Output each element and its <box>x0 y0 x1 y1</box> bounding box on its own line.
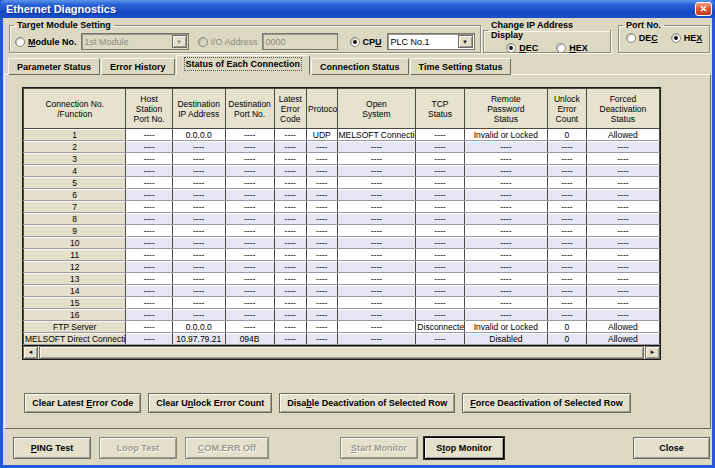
cell: ---- <box>126 309 172 321</box>
scrollbar-thumb[interactable] <box>39 346 644 359</box>
title-bar: Ethernet Diagnostics ✕ <box>0 0 715 18</box>
radio-circle-icon <box>506 43 516 53</box>
table-row[interactable]: 9---------------------------------------… <box>24 225 660 237</box>
ping-test-button[interactable]: PING Test <box>13 437 91 459</box>
table-row[interactable]: 3---------------------------------------… <box>24 153 660 165</box>
cell: ---- <box>416 165 464 177</box>
cell: ---- <box>126 189 172 201</box>
table-row[interactable]: 7---------------------------------------… <box>24 201 660 213</box>
tab-time-setting-status[interactable]: Time Setting Status <box>410 58 512 75</box>
cell: ---- <box>172 225 225 237</box>
cell: ---- <box>337 225 416 237</box>
cell: ---- <box>586 261 659 273</box>
column-header: DestinationIP Address <box>172 89 225 129</box>
table-row[interactable]: 11--------------------------------------… <box>24 249 660 261</box>
cell: ---- <box>126 201 172 213</box>
cell: 094B <box>225 333 274 345</box>
table-row[interactable]: 4---------------------------------------… <box>24 165 660 177</box>
cell: ---- <box>464 201 547 213</box>
horizontal-scrollbar[interactable]: ◄ ► <box>23 345 660 359</box>
scroll-left-icon[interactable]: ◄ <box>23 346 38 359</box>
cell: ---- <box>274 237 306 249</box>
close-icon[interactable]: ✕ <box>695 2 712 16</box>
cell: ---- <box>126 177 172 189</box>
tab-page-status-of-each-connection: Connection No./FunctionHost StationPort … <box>4 74 711 429</box>
cell: ---- <box>274 141 306 153</box>
ip-dec-radio[interactable]: DEC <box>506 43 538 53</box>
cell: ---- <box>586 177 659 189</box>
target-module-setting-group: Target Module Setting Module No. 1st Mod… <box>9 20 481 53</box>
radio-circle-icon <box>198 37 208 47</box>
cell: ---- <box>416 189 464 201</box>
table-row[interactable]: 2---------------------------------------… <box>24 141 660 153</box>
column-header: DestinationPort No. <box>225 89 274 129</box>
clear-unlock-error-count-button[interactable]: Clear Unlock Error Count <box>148 393 272 413</box>
force-deactivation-button[interactable]: Force Deactivation of Selected Row <box>462 393 631 413</box>
cell: ---- <box>225 309 274 321</box>
row-label: 16 <box>24 309 126 321</box>
cell: ---- <box>225 177 274 189</box>
cell: ---- <box>416 225 464 237</box>
cell: ---- <box>306 201 337 213</box>
cell: ---- <box>416 273 464 285</box>
cell: ---- <box>126 249 172 261</box>
table-row[interactable]: 5---------------------------------------… <box>24 177 660 189</box>
table-row[interactable]: FTP Server----0.0.0.0----------------Dis… <box>24 321 660 333</box>
cell: ---- <box>172 249 225 261</box>
tab-strip: Parameter StatusError HistoryStatus of E… <box>8 57 512 75</box>
module-no-radio[interactable]: Module No. <box>15 37 77 47</box>
cell: 0.0.0.0 <box>172 321 225 333</box>
cell: ---- <box>337 177 416 189</box>
table-row[interactable]: MELSOFT Direct Connection----10.97.79.21… <box>24 333 660 345</box>
cell: UDP <box>306 129 337 141</box>
cell: ---- <box>464 237 547 249</box>
table-row[interactable]: 14--------------------------------------… <box>24 285 660 297</box>
tab-connection-status[interactable]: Connection Status <box>311 58 409 75</box>
cpu-select[interactable]: PLC No.1 ▼ <box>387 33 475 50</box>
change-ip-display-legend: Change IP Address Display <box>488 20 610 40</box>
cell: ---- <box>416 153 464 165</box>
clear-latest-error-code-button[interactable]: Clear Latest Error Code <box>24 393 141 413</box>
port-dec-radio[interactable]: DEC <box>626 33 658 43</box>
scroll-right-icon[interactable]: ► <box>645 346 660 359</box>
cell: ---- <box>306 273 337 285</box>
cell: 0 <box>548 129 587 141</box>
table-row[interactable]: 6---------------------------------------… <box>24 189 660 201</box>
close-button[interactable]: Close <box>633 437 710 459</box>
disable-deactivation-button[interactable]: Disable Deactivation of Selected Row <box>279 393 455 413</box>
port-hex-radio[interactable]: HEX <box>671 33 703 43</box>
table-row[interactable]: 15--------------------------------------… <box>24 297 660 309</box>
table-row[interactable]: 12--------------------------------------… <box>24 261 660 273</box>
cell: ---- <box>126 333 172 345</box>
cell: ---- <box>172 213 225 225</box>
ip-hex-label: HEX <box>569 43 588 53</box>
cell: ---- <box>416 201 464 213</box>
stop-monitor-button[interactable]: Stop Monitor <box>424 437 504 459</box>
cpu-radio[interactable]: CPU <box>350 37 382 47</box>
cell: ---- <box>172 261 225 273</box>
cell: ---- <box>337 261 416 273</box>
table-row[interactable]: 8---------------------------------------… <box>24 213 660 225</box>
tab-parameter-status[interactable]: Parameter Status <box>8 58 100 75</box>
cell: ---- <box>274 225 306 237</box>
table-row[interactable]: 1----0.0.0.0--------UDPMELSOFT Connectio… <box>24 129 660 141</box>
cell: ---- <box>306 297 337 309</box>
column-header: Host StationPort No. <box>126 89 172 129</box>
cell: ---- <box>225 213 274 225</box>
cell: ---- <box>126 321 172 333</box>
table-row[interactable]: 16--------------------------------------… <box>24 309 660 321</box>
tab-status-of-each-connection[interactable]: Status of Each Connection <box>176 55 311 75</box>
cell: ---- <box>548 141 587 153</box>
ip-hex-radio[interactable]: HEX <box>556 43 588 53</box>
column-header: OpenSystem <box>337 89 416 129</box>
cell: ---- <box>548 213 587 225</box>
chevron-down-icon: ▼ <box>458 35 473 48</box>
table-row[interactable]: 13--------------------------------------… <box>24 273 660 285</box>
cell: ---- <box>464 165 547 177</box>
table-row[interactable]: 10--------------------------------------… <box>24 237 660 249</box>
cell: ---- <box>464 225 547 237</box>
cell: ---- <box>337 297 416 309</box>
port-dec-label: DEC <box>639 33 658 43</box>
cell: ---- <box>306 177 337 189</box>
tab-error-history[interactable]: Error History <box>101 58 175 75</box>
